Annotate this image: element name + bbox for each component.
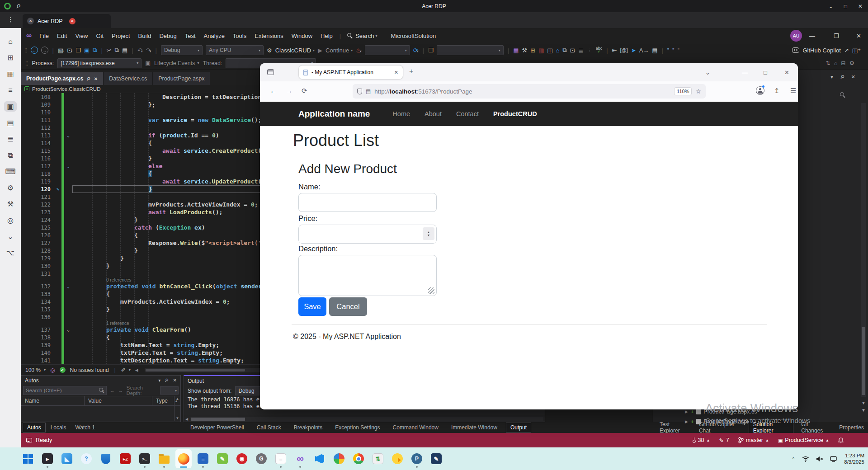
codelens-label[interactable]: 1 reference xyxy=(72,321,129,326)
rdp-maximize-icon[interactable]: □ xyxy=(844,3,847,9)
bookmark-star-icon[interactable]: ☆ xyxy=(695,88,701,95)
scroll-left-icon[interactable]: ◀ xyxy=(135,368,138,372)
add-user-icon[interactable]: ◫⁺ xyxy=(852,47,861,54)
uncomment-icon[interactable]: ‟ xyxy=(672,47,674,54)
share-icon[interactable]: ↗ xyxy=(844,47,849,54)
taskbar-filezilla-icon[interactable]: FZ xyxy=(117,449,133,468)
vs-close-icon[interactable]: ✕ xyxy=(856,28,861,43)
repo-name[interactable]: ▣ProductService▲ xyxy=(778,437,829,443)
taskbar-quick-assist-icon[interactable]: ? xyxy=(78,449,94,468)
lifecycle-label[interactable]: Lifecycle Events xyxy=(154,60,195,66)
keyboard-icon[interactable]: ⌨ xyxy=(4,166,17,177)
nav-link-productcrud[interactable]: ProductCRUD xyxy=(493,110,537,118)
sync-icon[interactable]: ⇅ xyxy=(826,60,830,66)
reload-icon[interactable]: ⟳ xyxy=(302,87,307,95)
notifications-bell[interactable] xyxy=(838,437,844,443)
menu-help[interactable]: Help xyxy=(316,31,337,41)
tab-immediate-window[interactable]: Immediate Window xyxy=(447,423,501,432)
new-project-icon[interactable]: ▧▾ xyxy=(58,47,64,54)
wifi-icon[interactable] xyxy=(802,456,809,462)
comment-icon[interactable]: ‟ xyxy=(667,47,669,54)
analysis-icon[interactable]: ◎ xyxy=(50,367,55,373)
browser-minimize-icon[interactable]: — xyxy=(742,63,748,81)
nav-link-about[interactable]: About xyxy=(425,110,442,118)
search-back-icon[interactable]: ← xyxy=(110,388,115,393)
column-value[interactable]: Value xyxy=(85,396,152,405)
menu-git[interactable]: Git xyxy=(92,31,108,41)
indent-icon[interactable]: ⇤ xyxy=(612,47,617,54)
rdp-session-close-icon[interactable]: ✕ xyxy=(69,18,75,24)
hot-reload-icon[interactable]: ♨▾ xyxy=(356,47,362,54)
tab-breakpoints[interactable]: Breakpoints xyxy=(290,423,326,432)
save-all-icon[interactable]: ⧉ xyxy=(93,47,97,54)
autos-vscrollbar[interactable]: ▲▼ xyxy=(174,396,180,421)
restart-icon[interactable]: ⟳▾ xyxy=(413,47,419,54)
scroll-down-icon[interactable]: ▼ xyxy=(861,400,866,405)
solution-vscrollbar[interactable] xyxy=(861,103,866,397)
feedback-icon[interactable] xyxy=(26,438,32,442)
vs-search[interactable]: Search ▾ xyxy=(344,33,381,39)
sync-status[interactable]: 38▲ xyxy=(693,437,710,443)
menu-test[interactable]: Test xyxy=(181,31,200,41)
wrench-icon[interactable]: ⚒ xyxy=(522,47,528,54)
cursor-icon[interactable]: ➤ xyxy=(631,47,636,54)
startup-project-dropdown[interactable]: ClassicCRUD xyxy=(275,47,311,54)
doc-tab-ProductPage.aspx.cs[interactable]: ProductPage.aspx.cs⚲✕ xyxy=(21,72,104,85)
tree-item[interactable]: ▶+ProductPage.aspx.cs xyxy=(685,409,757,415)
add-item-icon[interactable]: ⊡▾ xyxy=(67,47,72,54)
process-dropdown[interactable]: [17296] iisexpress.exe▾ xyxy=(57,58,142,68)
firefox-view-icon[interactable] xyxy=(267,69,274,75)
rdp-collapse-icon[interactable]: ⌄ xyxy=(829,3,833,9)
forward-icon[interactable]: → xyxy=(286,87,292,94)
redo-icon[interactable]: ↷▾ xyxy=(146,47,151,54)
editor-zoom-dropdown[interactable]: 100 % xyxy=(25,367,41,373)
save-button[interactable]: Save xyxy=(298,297,326,316)
tab-close-icon[interactable]: ✕ xyxy=(394,70,398,75)
find-dropdown[interactable]: ▾ xyxy=(437,45,504,55)
tab-developer-powershell[interactable]: Developer PowerShell xyxy=(186,423,248,432)
column-name[interactable]: Name xyxy=(21,396,85,405)
navigate-forward-icon[interactable]: → xyxy=(41,47,48,54)
rdp-menu-icon[interactable]: ⋮ xyxy=(7,15,14,24)
open-file-icon[interactable]: ❒ xyxy=(75,47,81,54)
cut-icon[interactable]: ✂ xyxy=(107,47,112,54)
output-hscrollbar[interactable]: ◀ xyxy=(184,416,545,422)
tab-autos[interactable]: Autos xyxy=(23,423,46,432)
panel-close-icon[interactable]: ✕ xyxy=(173,378,177,383)
panel-pin-icon[interactable]: ⚲ xyxy=(839,74,845,80)
taskbar-vscode-icon[interactable] xyxy=(311,449,328,468)
panel-close-icon[interactable]: ✕ xyxy=(851,74,855,80)
shield-icon[interactable] xyxy=(357,89,362,94)
sort-lines-icon[interactable]: ≣ xyxy=(579,47,584,54)
site-brand[interactable]: Application name xyxy=(298,109,370,119)
find-in-files-icon[interactable]: ❒ xyxy=(428,47,434,54)
git-branch[interactable]: master▲ xyxy=(738,437,769,443)
menu-window[interactable]: Window xyxy=(288,31,316,41)
designer-window-icon[interactable]: ▦ xyxy=(513,47,519,54)
collapse-all-icon[interactable]: ⊟ xyxy=(841,60,845,66)
name-field[interactable] xyxy=(298,193,437,212)
menu-edit[interactable]: Edit xyxy=(53,31,71,41)
close-icon[interactable]: ✕ xyxy=(94,76,98,81)
settings-icon[interactable]: ⚙ xyxy=(4,183,17,193)
price-stepper[interactable]: ▲▼ xyxy=(423,227,434,240)
chevron-down-icon[interactable]: ⌄ xyxy=(4,231,17,242)
home-icon[interactable]: ⌂ xyxy=(4,36,17,47)
menu-project[interactable]: Project xyxy=(108,31,134,41)
taskbar-explorer-icon[interactable] xyxy=(156,449,172,468)
list-tabs-icon[interactable]: ⌄ xyxy=(705,63,710,81)
tools-icon[interactable]: ⚒ xyxy=(4,199,17,209)
fold-icon[interactable]: ⌄ xyxy=(64,327,72,332)
branch-icon[interactable]: ⌥ xyxy=(4,248,17,258)
autos-search-input[interactable]: Search (Ctrl+E) ▾ xyxy=(23,386,107,395)
tab-output[interactable]: Output xyxy=(506,423,531,432)
taskbar-photos-icon[interactable]: ◣ xyxy=(59,449,75,468)
configuration-dropdown[interactable]: Debug▾ xyxy=(161,45,203,55)
back-icon[interactable]: ← xyxy=(270,87,277,94)
taskbar-winscp-icon[interactable]: ⇅ xyxy=(370,449,386,468)
list-icon[interactable]: ≡ xyxy=(4,85,17,95)
menu-hamburger-icon[interactable]: ☰ xyxy=(790,87,796,95)
doc-tab-DataService.cs[interactable]: DataService.cs xyxy=(104,72,153,85)
browser-maximize-icon[interactable]: □ xyxy=(764,63,767,81)
caret-icon[interactable]: ▶ xyxy=(685,409,688,414)
